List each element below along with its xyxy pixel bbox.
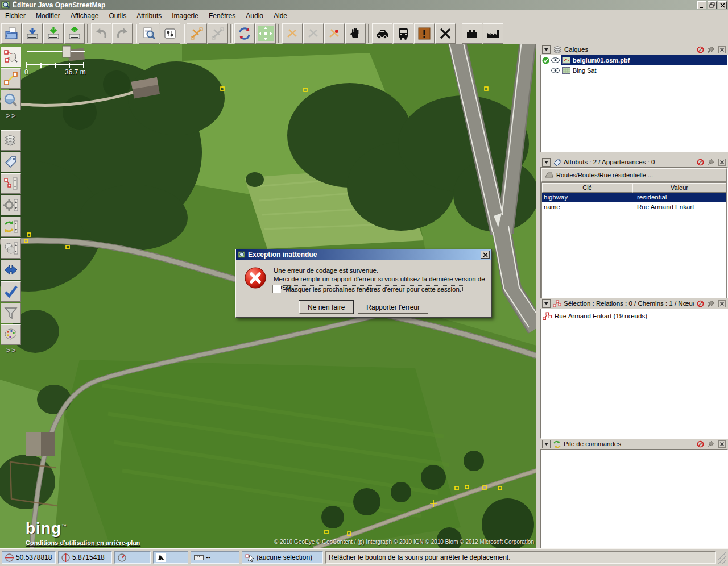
properties-panel-title: Attributs : 2 / Appartenances : 0: [564, 159, 694, 165]
tag-row-highway[interactable]: highway residential: [542, 193, 726, 202]
dialog-close-button[interactable]: [481, 251, 490, 259]
castle-preset-button[interactable]: [462, 23, 482, 44]
redo-button[interactable]: [112, 23, 133, 44]
preset-label: Routes/Routes/Rue résidentielle ...: [556, 172, 653, 178]
value-column-header[interactable]: Valeur: [632, 183, 726, 193]
combine-way-button[interactable]: [187, 23, 207, 44]
layer-plain[interactable]: Bing Sat: [561, 65, 727, 76]
sticky-icon[interactable]: [696, 45, 705, 53]
bus-preset-button[interactable]: [393, 23, 413, 44]
collapse-icon[interactable]: [542, 158, 551, 167]
menu-outils[interactable]: Outils: [104, 10, 132, 22]
sticky-icon[interactable]: [696, 440, 705, 448]
crossing-preset-button[interactable]: [435, 23, 456, 44]
sticky-icon[interactable]: [696, 299, 705, 307]
command-stack-list: [540, 449, 728, 548]
sync-imagery-button[interactable]: [234, 23, 255, 44]
selection-toggle-button[interactable]: [1, 173, 21, 194]
preferences-toggle-button[interactable]: [1, 195, 21, 215]
validator-toggle-button[interactable]: [1, 281, 21, 302]
warning-preset-button[interactable]: [414, 23, 435, 44]
preferences-button[interactable]: [160, 23, 180, 44]
layer-row-osm[interactable]: belgium01.osm.pbf: [541, 55, 727, 65]
close-panel-icon[interactable]: [718, 299, 726, 307]
layers-toggle-button[interactable]: [1, 130, 21, 151]
more-tools-label[interactable]: >>: [1, 111, 22, 120]
split-way-button[interactable]: [208, 23, 228, 44]
collapse-icon[interactable]: [542, 299, 551, 308]
restore-button[interactable]: [708, 1, 717, 9]
suppress-errors-label[interactable]: Masquer les prochaines fenêtres d'erreur…: [284, 285, 463, 293]
car-preset-button[interactable]: [372, 23, 392, 44]
menu-fichier[interactable]: Fichier: [0, 10, 31, 22]
heading-cell: [114, 551, 151, 564]
collapse-icon[interactable]: [542, 45, 551, 54]
conflicts-toggle-button[interactable]: [1, 260, 21, 280]
layers-panel-icon: [553, 45, 562, 53]
mapstyle-toggle-button[interactable]: [1, 324, 21, 345]
background-terms-link[interactable]: Conditions d'utilisation en arrière-plan: [26, 539, 140, 546]
zoom-tool-button[interactable]: [1, 90, 21, 110]
pin-icon[interactable]: [707, 299, 715, 307]
tag-key: highway: [542, 193, 635, 202]
purge-nodes-button[interactable]: [324, 23, 345, 44]
menu-imagerie[interactable]: Imagerie: [167, 10, 204, 22]
merge-nodes-button[interactable]: [282, 23, 303, 44]
minimize-button[interactable]: [697, 1, 706, 9]
undo-icon: [94, 27, 108, 40]
exception-dialog: Exception inattendue Une erreur de codag…: [235, 249, 492, 318]
zoom-tool-icon: [3, 93, 18, 107]
barrier-preset-button[interactable]: [483, 23, 503, 44]
toolbar-separator: [230, 24, 233, 43]
menu-audio[interactable]: Audio: [241, 10, 268, 22]
undo-button[interactable]: [91, 23, 111, 44]
menu-attributs[interactable]: Attributs: [131, 10, 167, 22]
selection-status-value: (aucune sélection): [257, 553, 312, 561]
close-panel-icon[interactable]: [718, 440, 726, 448]
pin-icon[interactable]: [707, 440, 715, 448]
download-data-button[interactable]: [43, 23, 64, 44]
filter-toggle-button[interactable]: [1, 303, 21, 323]
search-presets-button[interactable]: [139, 23, 159, 44]
pin-icon[interactable]: [707, 45, 715, 53]
menu-aide[interactable]: Aide: [268, 10, 292, 22]
sticky-icon[interactable]: [696, 158, 705, 166]
layer-selected-highlight[interactable]: belgium01.osm.pbf: [561, 55, 727, 65]
merge-nodes-disabled-button[interactable]: [303, 23, 324, 44]
key-column-header[interactable]: Clé: [542, 183, 632, 193]
close-button[interactable]: [718, 1, 727, 9]
panel-splitter[interactable]: [536, 44, 540, 548]
select-tool-button[interactable]: [1, 47, 21, 67]
suppress-errors-checkbox[interactable]: [272, 285, 281, 293]
open-file-button[interactable]: [1, 23, 22, 44]
layer-row-bing[interactable]: Bing Sat: [541, 65, 727, 76]
draw-tool-button[interactable]: [1, 68, 21, 89]
tags-toggle-button[interactable]: [1, 152, 21, 172]
move-map-button[interactable]: [255, 23, 276, 44]
menu-affichage[interactable]: Affichage: [65, 10, 104, 22]
resize-grip[interactable]: [718, 551, 726, 564]
more-toggles-label[interactable]: >>: [1, 346, 22, 355]
upload-data-button[interactable]: [64, 23, 85, 44]
menu-modifier[interactable]: Modifier: [31, 10, 65, 22]
do-nothing-button[interactable]: Ne rien faire: [299, 301, 353, 314]
layers-list: belgium01.osm.pbf Bing Sat: [540, 55, 728, 152]
close-panel-icon[interactable]: [718, 158, 726, 166]
relations-toggle-button[interactable]: [1, 238, 21, 259]
layer-visible-eye-icon[interactable]: [551, 57, 560, 63]
selection-item[interactable]: Rue Armand Enkart (19 nœuds): [541, 309, 727, 320]
tag-row-name[interactable]: name Rue Armand Enkart: [542, 202, 726, 212]
pin-icon[interactable]: [707, 158, 715, 166]
preset-row[interactable]: Routes/Routes/Rue résidentielle ...: [541, 168, 727, 182]
layer-visible-eye-icon[interactable]: [551, 68, 560, 73]
save-button[interactable]: [22, 23, 43, 44]
menu-fenetres[interactable]: Fenêtres: [204, 10, 241, 22]
selection-item-label: Rue Armand Enkart (19 nœuds): [555, 313, 647, 319]
collapse-icon[interactable]: [542, 440, 551, 448]
report-error-button[interactable]: Rapporter l'erreur: [358, 301, 428, 314]
changeset-toggle-button[interactable]: [1, 217, 21, 237]
close-panel-icon[interactable]: [718, 45, 726, 53]
pan-hand-button[interactable]: [345, 23, 366, 44]
toolbar-separator: [368, 24, 370, 43]
preferences-icon: [163, 27, 177, 40]
